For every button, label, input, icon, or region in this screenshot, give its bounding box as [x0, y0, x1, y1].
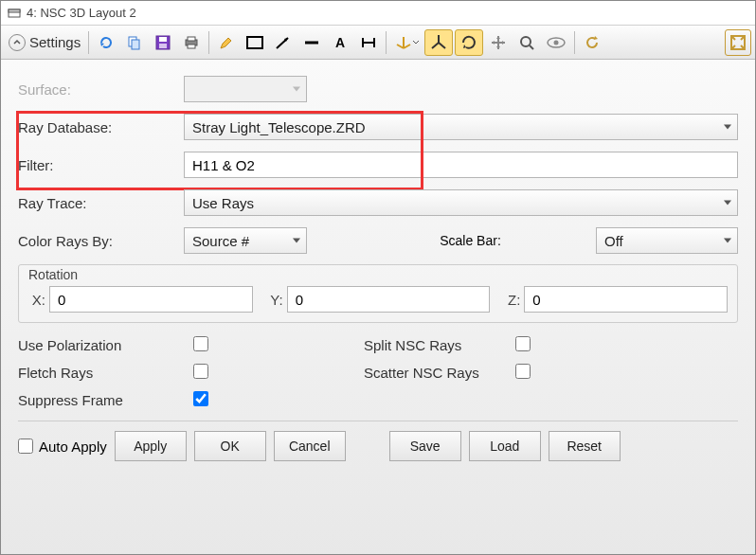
rot-y-input[interactable]	[287, 286, 491, 313]
line-tool-icon[interactable]	[298, 29, 325, 56]
load-button[interactable]: Load	[469, 431, 541, 461]
ray-trace-value: Use Rays	[192, 195, 254, 211]
svg-point-23	[521, 37, 531, 46]
reset-button[interactable]: Reset	[549, 431, 621, 461]
rot-y-label: Y:	[266, 292, 283, 308]
refresh-button[interactable]	[93, 29, 119, 56]
scale-bar-value: Off	[604, 233, 623, 249]
svg-rect-9	[188, 45, 195, 48]
color-rays-value: Source #	[192, 233, 249, 249]
svg-rect-8	[188, 37, 195, 41]
surface-label: Surface:	[18, 81, 184, 98]
arrow-tool-icon[interactable]	[270, 29, 297, 56]
rot-x-input[interactable]	[49, 286, 253, 313]
save-button[interactable]: Save	[389, 431, 461, 461]
scale-bar-combo[interactable]: Off	[596, 227, 738, 254]
rot-z-label: Z:	[503, 292, 520, 308]
button-bar: Auto Apply Apply OK Cancel Save Load Res…	[18, 431, 738, 461]
surface-combo	[184, 76, 307, 102]
svg-line-21	[432, 43, 439, 48]
svg-rect-6	[159, 44, 167, 48]
svg-rect-5	[159, 37, 167, 42]
pencil-icon[interactable]	[213, 29, 240, 56]
filter-input[interactable]	[184, 152, 738, 178]
svg-line-22	[439, 43, 445, 48]
rotate-mode-button[interactable]	[455, 29, 483, 56]
settings-panel: Surface: Ray Database: Stray Light_Teles…	[1, 60, 755, 555]
rot-z-input[interactable]	[524, 286, 728, 313]
ray-database-label: Ray Database:	[18, 119, 184, 135]
copy-button[interactable]	[121, 29, 148, 56]
zoom-button[interactable]	[513, 29, 540, 56]
svg-rect-3	[132, 40, 139, 49]
separator	[18, 421, 738, 421]
ray-database-value: Stray Light_Telescope.ZRD	[192, 119, 366, 135]
svg-line-19	[404, 45, 410, 48]
reset-view-button[interactable]	[579, 29, 605, 56]
svg-line-24	[530, 45, 533, 49]
print-button[interactable]	[178, 29, 205, 56]
axes-icon[interactable]	[390, 29, 423, 56]
ray-trace-label: Ray Trace:	[18, 195, 184, 211]
fletch-rays-label: Fletch Rays	[18, 365, 193, 381]
ray-database-combo[interactable]: Stray Light_Telescope.ZRD	[184, 114, 738, 140]
scatter-nsc-checkbox[interactable]	[515, 364, 531, 379]
suppress-frame-label: Suppress Frame	[18, 392, 193, 408]
ray-trace-combo[interactable]: Use Rays	[184, 189, 738, 216]
auto-apply-checkbox[interactable]	[18, 439, 33, 454]
apply-button[interactable]: Apply	[115, 431, 187, 461]
filter-label: Filter:	[18, 157, 184, 173]
svg-rect-10	[247, 37, 262, 48]
rectangle-tool-icon[interactable]	[242, 29, 268, 56]
split-nsc-checkbox[interactable]	[515, 336, 531, 351]
use-polarization-label: Use Polarization	[18, 337, 193, 353]
title-bar: 4: NSC 3D Layout 2	[1, 1, 755, 26]
toolbar: Settings A	[1, 26, 755, 60]
ok-button[interactable]: OK	[194, 431, 266, 461]
svg-point-26	[554, 40, 559, 45]
scale-bar-label: Scale Bar:	[307, 233, 596, 248]
view-icon[interactable]	[542, 29, 570, 56]
suppress-frame-checkbox[interactable]	[193, 391, 208, 406]
fit-window-button[interactable]	[725, 29, 751, 56]
dimension-tool-icon[interactable]	[355, 29, 382, 56]
color-rays-combo[interactable]: Source #	[184, 227, 307, 254]
save-view-button[interactable]	[150, 29, 176, 56]
settings-label: Settings	[29, 34, 81, 50]
cancel-button[interactable]: Cancel	[274, 431, 346, 461]
split-nsc-label: Split NSC Rays	[364, 337, 515, 353]
color-rays-label: Color Rays By:	[18, 233, 184, 249]
svg-rect-1	[9, 9, 20, 12]
rotation-legend: Rotation	[28, 267, 728, 282]
pan-mode-button[interactable]	[485, 29, 512, 56]
text-tool-icon[interactable]: A	[327, 29, 353, 56]
axes-mode1-button[interactable]	[424, 29, 453, 56]
window-title: 4: NSC 3D Layout 2	[27, 6, 136, 20]
svg-text:A: A	[335, 35, 345, 50]
fletch-rays-checkbox[interactable]	[193, 364, 208, 379]
svg-line-18	[397, 45, 404, 48]
auto-apply-label[interactable]: Auto Apply	[18, 439, 107, 455]
window-icon	[7, 6, 22, 21]
scatter-nsc-label: Scatter NSC Rays	[364, 365, 515, 381]
use-polarization-checkbox[interactable]	[193, 336, 208, 351]
rot-x-label: X:	[28, 292, 45, 308]
rotation-group: Rotation X: Y: Z:	[18, 264, 738, 323]
settings-button[interactable]: Settings	[5, 29, 84, 56]
expand-icon	[9, 34, 26, 51]
